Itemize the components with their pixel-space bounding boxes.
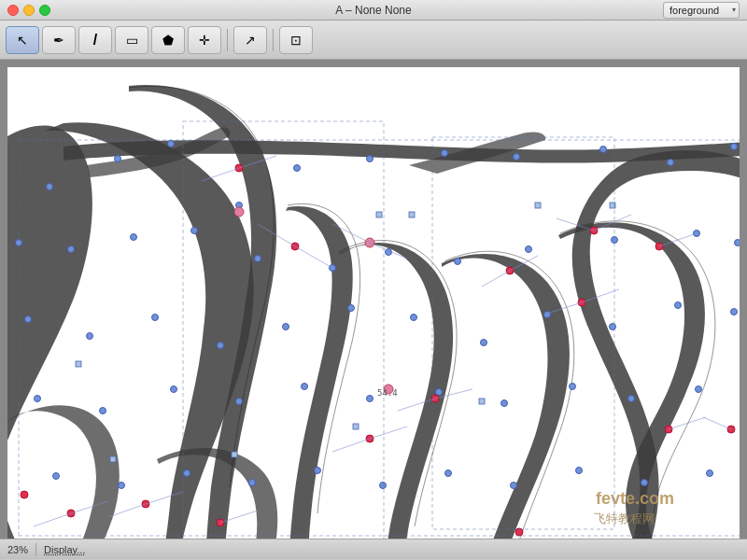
zoom-display: 23% <box>7 544 28 555</box>
svg-point-29 <box>411 315 417 321</box>
traffic-lights <box>7 5 50 16</box>
title-bar-right: foreground background layer 1 ▾ <box>663 2 740 19</box>
svg-point-0 <box>47 184 53 190</box>
svg-point-2 <box>168 141 175 147</box>
svg-point-19 <box>526 246 532 253</box>
zoom-value: 23% <box>7 544 28 555</box>
window-title: A – None None <box>335 4 411 17</box>
arrow-tool-button[interactable]: ↗ <box>233 26 267 54</box>
svg-point-33 <box>675 302 682 309</box>
title-bar: A – None None foreground background laye… <box>0 0 747 21</box>
svg-point-50 <box>315 468 321 474</box>
svg-point-54 <box>576 468 583 474</box>
svg-point-41 <box>436 389 443 396</box>
svg-point-28 <box>348 305 355 312</box>
svg-rect-80 <box>376 212 382 217</box>
svg-rect-77 <box>110 456 116 462</box>
transform-tool-button[interactable]: ✛ <box>188 26 221 54</box>
svg-line-104 <box>332 439 370 452</box>
svg-point-40 <box>367 396 374 402</box>
shape-tool-button[interactable]: ⬟ <box>151 26 185 54</box>
svg-point-6 <box>442 150 448 157</box>
svg-point-43 <box>570 384 576 390</box>
svg-point-52 <box>445 470 452 477</box>
svg-point-38 <box>236 399 243 405</box>
svg-rect-83 <box>535 203 541 208</box>
svg-rect-81 <box>409 212 415 217</box>
svg-point-7 <box>514 154 520 161</box>
svg-point-37 <box>171 386 177 393</box>
display-mode[interactable]: Display... <box>44 544 85 555</box>
maximize-button[interactable] <box>39 5 50 16</box>
svg-point-27 <box>283 324 289 330</box>
svg-point-8 <box>600 147 607 153</box>
svg-point-30 <box>481 340 487 346</box>
layer-dropdown-wrapper[interactable]: foreground background layer 1 ▾ <box>663 2 740 19</box>
svg-line-106 <box>703 417 731 429</box>
status-bar: 23% Display... <box>0 539 747 559</box>
svg-point-44 <box>628 396 635 402</box>
pencil-tool-button[interactable]: / <box>78 26 112 54</box>
pencil-icon: / <box>93 32 97 49</box>
svg-point-24 <box>87 333 93 340</box>
select-tool-button[interactable]: ↖ <box>6 26 39 54</box>
svg-point-36 <box>100 408 106 414</box>
svg-point-23 <box>25 316 32 323</box>
svg-point-51 <box>380 483 387 489</box>
svg-rect-78 <box>232 452 237 457</box>
svg-text:54.4: 54.4 <box>377 388 398 398</box>
svg-line-102 <box>34 513 71 526</box>
rect-tool-button[interactable]: ▭ <box>115 26 148 54</box>
close-button[interactable] <box>7 5 19 16</box>
toolbar-separator <box>227 29 228 51</box>
svg-line-92 <box>482 271 510 287</box>
toolbar-separator-2 <box>273 29 274 51</box>
svg-point-9 <box>668 160 674 166</box>
svg-line-103 <box>370 427 407 439</box>
svg-point-39 <box>302 384 308 390</box>
arrow-icon: ↗ <box>245 33 256 48</box>
design-canvas[interactable]: fevte.com 飞特教程网 54.4 <box>7 67 740 539</box>
svg-rect-86 <box>76 361 81 367</box>
svg-rect-79 <box>353 424 359 429</box>
svg-line-87 <box>295 246 332 268</box>
svg-point-5 <box>367 156 374 162</box>
svg-text:飞特教程网: 飞特教程网 <box>594 511 655 525</box>
svg-line-105 <box>669 417 706 429</box>
minimize-button[interactable] <box>23 5 35 16</box>
svg-point-55 <box>641 480 648 486</box>
svg-point-22 <box>735 240 740 246</box>
svg-rect-82 <box>479 399 485 404</box>
shape-icon: ⬟ <box>162 33 174 48</box>
transform-icon: ✛ <box>199 33 210 48</box>
svg-text:fevte.com: fevte.com <box>596 489 674 508</box>
svg-point-4 <box>294 165 301 172</box>
svg-point-34 <box>731 309 738 315</box>
status-separator-1 <box>35 543 36 556</box>
layer-dropdown[interactable]: foreground background layer 1 <box>663 2 740 19</box>
pen-tool-button[interactable]: ✒ <box>42 26 76 54</box>
svg-point-49 <box>249 480 256 486</box>
frame-icon: ⊡ <box>290 33 302 48</box>
svg-point-45 <box>696 386 702 393</box>
svg-point-53 <box>511 483 517 489</box>
rect-icon: ▭ <box>126 33 138 48</box>
svg-point-35 <box>35 396 41 402</box>
select-icon: ↖ <box>17 33 28 48</box>
calligraphy-svg: fevte.com 飞特教程网 54.4 <box>7 67 740 539</box>
frame-tool-button[interactable]: ⊡ <box>279 26 313 54</box>
canvas-area[interactable]: fevte.com 飞特教程网 54.4 <box>0 60 747 539</box>
svg-point-13 <box>131 234 137 241</box>
svg-point-18 <box>455 259 461 265</box>
svg-point-32 <box>610 324 616 330</box>
svg-point-12 <box>68 246 75 253</box>
svg-point-1 <box>115 156 121 162</box>
toolbar: ↖ ✒ / ▭ ⬟ ✛ ↗ ⊡ <box>0 21 747 60</box>
svg-point-14 <box>191 228 198 234</box>
svg-point-75 <box>234 207 244 217</box>
svg-point-56 <box>707 470 713 477</box>
svg-point-46 <box>53 473 60 480</box>
svg-point-15 <box>255 256 261 262</box>
svg-point-47 <box>119 483 125 489</box>
svg-point-26 <box>218 343 224 349</box>
